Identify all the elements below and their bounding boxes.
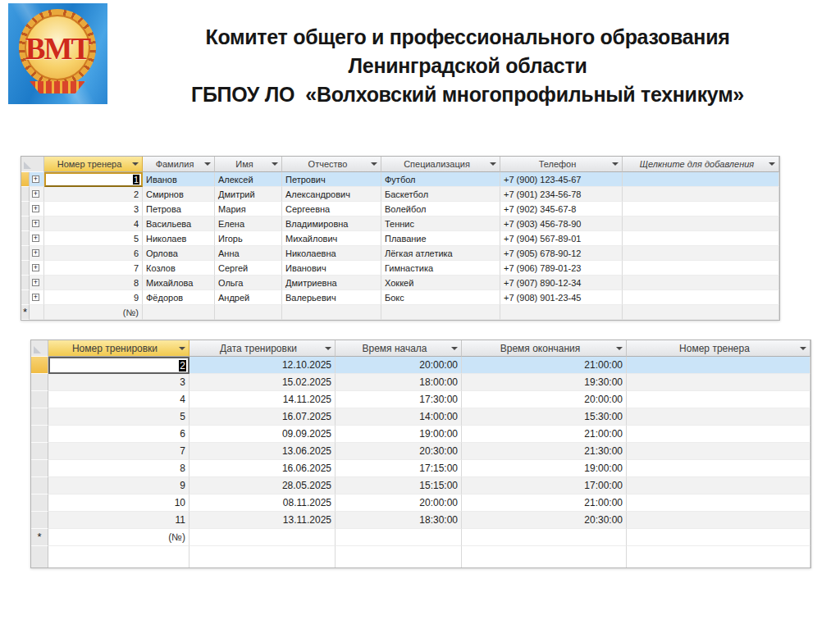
cell[interactable]: 3 [44,202,143,217]
column-header-6[interactable]: Щелкните для добавления [623,157,779,172]
row-selector[interactable] [21,290,30,305]
cell[interactable] [623,202,779,217]
column-header-1[interactable]: Дата тренировки [189,340,336,357]
cell[interactable]: 17:15:00 [336,460,462,477]
cell[interactable]: 15.02.2025 [189,374,336,391]
cell[interactable]: 5 [48,408,189,426]
new-record-cell[interactable] [500,305,623,320]
row-selector[interactable] [21,172,30,187]
cell[interactable]: 14:00:00 [336,408,462,426]
cell[interactable]: 21:00:00 [462,495,627,512]
cell[interactable] [627,477,810,495]
cell[interactable] [627,357,810,374]
expand-cell[interactable]: + [30,187,44,202]
cell[interactable]: 16.07.2025 [189,408,336,426]
cell[interactable]: +7 (902) 345-67-8 [500,202,623,217]
cell[interactable]: Николаев [143,231,215,246]
row-selector[interactable] [21,217,30,231]
expand-cell[interactable]: + [30,217,44,231]
row-selector[interactable] [31,391,48,408]
cell[interactable] [627,495,810,512]
cell[interactable]: Михайлова [143,276,215,290]
cell[interactable]: Владимировна [282,217,381,231]
cell[interactable]: 20:00:00 [462,391,627,408]
new-record-cell[interactable] [623,305,779,320]
cell[interactable] [627,374,810,391]
column-header-2[interactable]: Имя [215,157,282,172]
cell[interactable]: +7 (903) 456-78-90 [500,217,623,231]
cell[interactable]: Петрова [143,202,215,217]
cell[interactable]: Мария [215,202,282,217]
cell[interactable] [623,261,779,276]
cell[interactable]: 12.10.2025 [189,357,336,374]
new-record-selector[interactable]: * [31,529,48,546]
cell[interactable]: +7 (904) 567-89-01 [500,231,623,246]
cell[interactable]: 6 [44,246,143,261]
cell[interactable]: 10 [48,495,189,512]
cell[interactable]: 7 [44,261,143,276]
cell[interactable]: 15:30:00 [462,408,627,426]
row-selector[interactable] [21,261,30,276]
new-record-cell[interactable] [215,305,282,320]
cell[interactable]: Лёгкая атлетика [381,246,500,261]
new-record-cell[interactable] [143,305,215,320]
cell[interactable]: Анна [215,246,282,261]
cell[interactable]: Васильева [143,217,215,231]
expand-cell[interactable]: + [30,172,44,187]
cell[interactable]: 4 [48,391,189,408]
cell[interactable]: Гимнастика [381,261,500,276]
cell[interactable]: 1 [44,172,143,187]
column-header-3[interactable]: Время окончания [462,340,627,357]
cell[interactable] [623,276,779,290]
select-all-corner[interactable] [31,340,48,357]
cell[interactable]: +7 (907) 890-12-34 [500,276,623,290]
cell[interactable]: Теннис [381,217,500,231]
cell[interactable]: 9 [44,290,143,305]
cell[interactable] [623,217,779,231]
cell[interactable]: 20:00:00 [336,357,462,374]
cell[interactable]: 15:15:00 [336,477,462,495]
cell[interactable]: Алексей [215,172,282,187]
cell[interactable]: 13.06.2025 [189,443,336,460]
cell[interactable]: Андрей [215,290,282,305]
cell[interactable]: Михайлович [282,231,381,246]
cell[interactable] [627,443,810,460]
cell[interactable]: Сергеевна [282,202,381,217]
cell[interactable]: 21:30:00 [462,443,627,460]
cell[interactable] [627,512,810,529]
cell[interactable]: 21:00:00 [462,357,627,374]
cell[interactable]: Игорь [215,231,282,246]
cell[interactable]: 17:00:00 [462,477,627,495]
cell[interactable]: 20:30:00 [336,443,462,460]
cell[interactable]: Сергей [215,261,282,276]
cell[interactable]: +7 (906) 789-01-23 [500,261,623,276]
cell[interactable]: 20:30:00 [462,512,627,529]
cell[interactable]: +7 (905) 678-90-12 [500,246,623,261]
new-record-cell[interactable] [282,305,381,320]
new-record-cell[interactable]: (№) [44,305,143,320]
column-header-4[interactable]: Специализация [381,157,500,172]
row-selector[interactable] [31,512,48,529]
cell[interactable]: 18:30:00 [336,512,462,529]
cell[interactable] [623,290,779,305]
cell[interactable]: Футбол [381,172,500,187]
new-record-cell[interactable] [189,529,336,546]
expand-cell[interactable]: + [30,202,44,217]
row-selector[interactable] [31,357,48,374]
row-selector[interactable] [31,495,48,512]
cell[interactable] [627,426,810,443]
cell[interactable]: Волейбол [381,202,500,217]
cell[interactable]: Елена [215,217,282,231]
cell[interactable]: 8 [44,276,143,290]
cell[interactable]: Козлов [143,261,215,276]
cell[interactable]: 19:00:00 [336,426,462,443]
column-header-0[interactable]: Номер тренера [44,157,143,172]
cell[interactable]: Иванов [143,172,215,187]
cell[interactable]: Орлова [143,246,215,261]
column-header-1[interactable]: Фамилия [143,157,215,172]
cell[interactable]: 2 [44,187,143,202]
expand-cell[interactable]: + [30,261,44,276]
new-record-cell[interactable] [462,529,627,546]
cell[interactable]: 19:00:00 [462,460,627,477]
cell[interactable]: Иванович [282,261,381,276]
